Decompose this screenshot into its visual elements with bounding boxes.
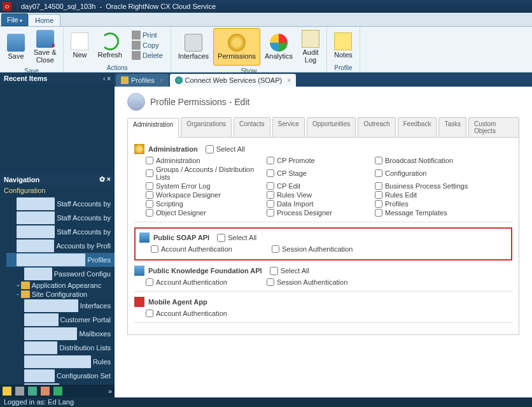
nav-item[interactable]: Configuration Set: [6, 369, 115, 383]
permission-item[interactable]: [375, 278, 502, 286]
permission-item[interactable]: Session Authentication: [272, 245, 374, 253]
nav-item[interactable]: Interfaces: [6, 299, 115, 313]
permission-item[interactable]: Workspace Designer: [146, 191, 260, 199]
document-tab[interactable]: Connect Web Services (SOAP)×: [170, 74, 296, 87]
nav-item[interactable]: −Site Configuration: [6, 290, 115, 299]
nav-item[interactable]: Staff Accounts by: [6, 197, 115, 211]
permission-checkbox[interactable]: [146, 169, 153, 177]
permission-item[interactable]: [267, 310, 368, 317]
nav-item[interactable]: Mailboxes: [6, 327, 115, 341]
permission-item[interactable]: Groups / Accounts / Distribution Lists: [146, 166, 260, 181]
navigation-header[interactable]: Navigation✿ ×: [0, 173, 115, 185]
nav-expand-icon[interactable]: »: [108, 387, 112, 395]
select-all[interactable]: Select All: [217, 234, 256, 242]
nav-item[interactable]: Distribution Lists: [6, 341, 115, 355]
permission-item[interactable]: Object Designer: [146, 209, 260, 217]
perm-tab[interactable]: Administration: [127, 118, 179, 138]
permission-checkbox[interactable]: [146, 182, 153, 190]
select-all[interactable]: Select All: [206, 145, 245, 154]
nav-sync-icon[interactable]: [53, 387, 62, 396]
permission-checkbox[interactable]: [267, 157, 274, 164]
notes-button[interactable]: Notes: [330, 28, 357, 62]
nav-item[interactable]: Customer Portal: [6, 313, 115, 327]
save-close-button[interactable]: Save & Close: [29, 28, 60, 66]
permission-item[interactable]: Administration: [146, 157, 260, 164]
recent-items-header[interactable]: Recent Items‹ ×: [0, 73, 115, 84]
permission-item[interactable]: [380, 245, 507, 253]
permission-item[interactable]: Broadcast Notification: [375, 157, 502, 164]
nav-item[interactable]: Message Bases: [6, 383, 115, 385]
select-all[interactable]: Select All: [270, 267, 309, 275]
select-all-checkbox[interactable]: [270, 267, 278, 275]
print-button[interactable]: Print: [129, 30, 165, 40]
permission-checkbox[interactable]: [375, 209, 382, 217]
copy-button[interactable]: Copy: [129, 40, 165, 50]
permission-item[interactable]: CP Stage: [267, 166, 368, 181]
permission-item[interactable]: Rules View: [267, 191, 368, 199]
perm-tab[interactable]: Tasks: [438, 117, 466, 137]
permission-item[interactable]: Profiles: [375, 200, 502, 208]
permission-checkbox[interactable]: [267, 209, 274, 217]
permission-checkbox[interactable]: [267, 278, 274, 286]
permission-checkbox[interactable]: [375, 200, 382, 208]
permission-item[interactable]: Account Authentication: [146, 310, 260, 317]
permission-item[interactable]: CP Edit: [267, 182, 368, 190]
perm-tab[interactable]: Outreach: [358, 117, 395, 137]
refresh-button[interactable]: Refresh: [93, 28, 127, 62]
permission-item[interactable]: Message Templates: [375, 209, 502, 217]
perm-tab[interactable]: Custom Objects: [468, 117, 519, 137]
permission-checkbox[interactable]: [267, 200, 274, 208]
tab-close-icon[interactable]: ×: [287, 77, 291, 84]
permission-item[interactable]: Data Import: [267, 200, 368, 208]
permission-item[interactable]: CP Promote: [267, 157, 368, 164]
permission-item[interactable]: Scripting: [146, 200, 260, 208]
nav-item[interactable]: Accounts by Profi: [6, 239, 115, 253]
permission-checkbox[interactable]: [146, 191, 153, 199]
permission-checkbox[interactable]: [146, 200, 153, 208]
permission-item[interactable]: System Error Log: [146, 182, 260, 190]
nav-settings-icon[interactable]: ✿ ×: [99, 175, 111, 183]
permission-item[interactable]: Session Authentication: [267, 278, 368, 286]
nav-item[interactable]: Profiles: [6, 253, 115, 267]
permission-checkbox[interactable]: [272, 245, 279, 253]
interfaces-button[interactable]: Interfaces: [174, 28, 213, 66]
permission-item[interactable]: Account Authentication: [146, 278, 260, 286]
permission-checkbox[interactable]: [267, 182, 274, 190]
select-all-checkbox[interactable]: [206, 145, 214, 154]
analytics-button[interactable]: Analytics: [260, 28, 297, 66]
save-button[interactable]: Save: [3, 28, 29, 66]
perm-tab[interactable]: Feedback: [398, 117, 437, 137]
permission-item[interactable]: Process Designer: [267, 209, 368, 217]
document-tab[interactable]: Profiles×: [116, 74, 169, 87]
permission-item[interactable]: Account Authentication: [151, 245, 265, 253]
perm-tab[interactable]: Opportunities: [307, 117, 356, 137]
home-tab[interactable]: Home: [28, 14, 60, 26]
permission-checkbox[interactable]: [146, 209, 153, 217]
nav-item[interactable]: +Application Appearanc: [6, 281, 115, 290]
file-menu[interactable]: File: [1, 13, 28, 26]
permission-item[interactable]: Rules Edit: [375, 191, 502, 199]
perm-tab[interactable]: Organizations: [181, 117, 232, 137]
permission-checkbox[interactable]: [375, 157, 382, 164]
permission-item[interactable]: [375, 310, 502, 317]
permission-item[interactable]: Business Process Settings: [375, 182, 502, 190]
permission-item[interactable]: Configuration: [375, 166, 502, 181]
nav-mail-icon[interactable]: [41, 387, 50, 396]
nav-item[interactable]: Staff Accounts by: [6, 225, 115, 239]
nav-item[interactable]: Staff Accounts by: [6, 211, 115, 225]
permission-checkbox[interactable]: [375, 191, 382, 199]
permission-checkbox[interactable]: [151, 245, 158, 253]
delete-button[interactable]: Delete: [129, 50, 165, 61]
permission-checkbox[interactable]: [146, 157, 153, 164]
permission-checkbox[interactable]: [267, 191, 274, 199]
nav-green-icon[interactable]: [28, 387, 37, 396]
nav-item[interactable]: Password Configu: [6, 267, 115, 281]
new-button[interactable]: New: [66, 28, 93, 62]
nav-home-icon[interactable]: [3, 387, 11, 396]
permission-checkbox[interactable]: [375, 169, 382, 177]
nav-item[interactable]: Rules: [6, 355, 115, 369]
permission-checkbox[interactable]: [267, 169, 274, 177]
nav-tools-icon[interactable]: [15, 387, 24, 396]
audit-log-button[interactable]: Audit Log: [297, 28, 324, 66]
select-all-checkbox[interactable]: [217, 234, 225, 242]
